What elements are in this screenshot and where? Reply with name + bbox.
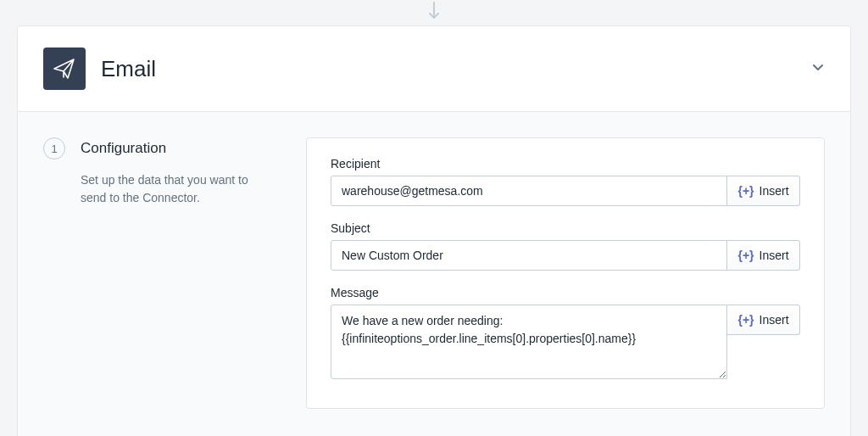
chevron-down-icon[interactable]	[811, 60, 825, 77]
subject-field-group: Subject {+} Insert	[331, 221, 800, 271]
insert-label: Insert	[760, 313, 789, 327]
config-sidebar: 1 Configuration Set up the data that you…	[43, 137, 306, 409]
insert-label: Insert	[760, 249, 789, 262]
braces-plus-icon: {+}	[737, 249, 754, 262]
config-title: Configuration	[81, 140, 166, 157]
email-step-card: Email 1 Configuration Set up the data th…	[17, 25, 851, 436]
config-form: Recipient {+} Insert Subject	[306, 137, 825, 409]
card-body: 1 Configuration Set up the data that you…	[18, 112, 850, 436]
braces-plus-icon: {+}	[737, 184, 754, 198]
card-header[interactable]: Email	[18, 26, 850, 112]
braces-plus-icon: {+}	[737, 313, 754, 327]
message-label: Message	[331, 286, 800, 299]
paper-plane-icon	[43, 48, 86, 90]
message-field-group: Message {+} Insert	[331, 286, 800, 383]
recipient-label: Recipient	[331, 157, 800, 170]
recipient-field-group: Recipient {+} Insert	[331, 157, 800, 206]
flow-arrow-down-icon	[426, 2, 442, 25]
config-description: Set up the data that you want to send to…	[81, 171, 250, 207]
insert-variable-button-message[interactable]: {+} Insert	[727, 305, 800, 335]
insert-variable-button-recipient[interactable]: {+} Insert	[727, 176, 800, 206]
insert-label: Insert	[760, 184, 789, 198]
recipient-input[interactable]	[331, 176, 727, 206]
subject-input[interactable]	[331, 240, 727, 271]
step-number-badge: 1	[43, 137, 65, 159]
insert-variable-button-subject[interactable]: {+} Insert	[727, 240, 800, 271]
message-input[interactable]	[331, 305, 727, 379]
card-title: Email	[101, 56, 156, 82]
subject-label: Subject	[331, 221, 800, 235]
